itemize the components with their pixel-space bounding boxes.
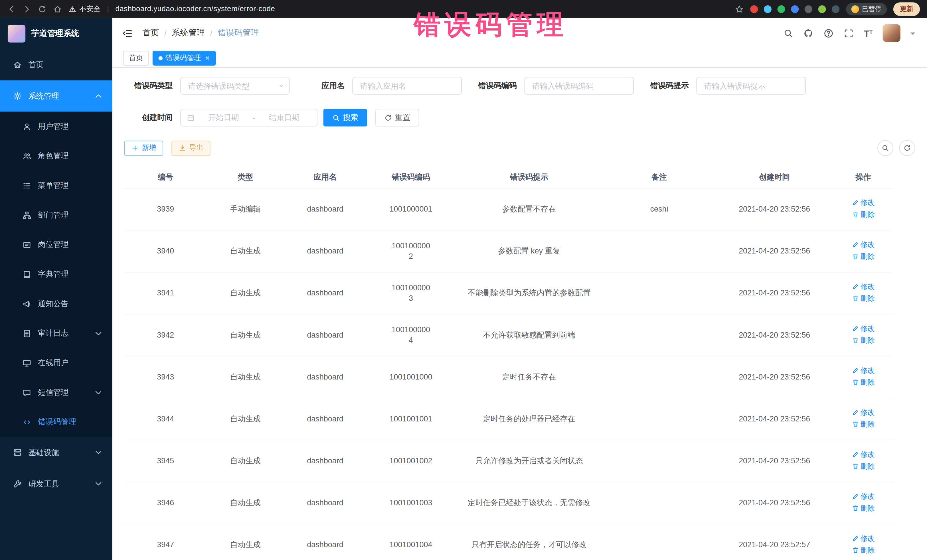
back-icon[interactable] [7, 5, 16, 14]
sidebar-item-system[interactable]: 系统管理 [0, 80, 112, 112]
sidebar-item-dept[interactable]: 部门管理 [0, 200, 112, 230]
reload-icon[interactable] [38, 5, 47, 14]
gear-icon [13, 91, 22, 100]
error-code-input[interactable] [524, 77, 634, 94]
cell-time: 2021-04-20 23:52:56 [715, 230, 834, 272]
edit-link[interactable]: 修改 [852, 365, 875, 375]
sidebar-item-notice[interactable]: 通知公告 [0, 289, 112, 319]
breadcrumb-home[interactable]: 首页 [143, 28, 159, 38]
extension-icon[interactable] [818, 5, 826, 13]
delete-link[interactable]: 删除 [852, 377, 875, 387]
update-button[interactable]: 更新 [894, 2, 920, 16]
extension-icon[interactable] [778, 5, 785, 13]
sidebar-logo[interactable]: 芋道管理系统 [0, 18, 112, 49]
edit-link[interactable]: 修改 [852, 239, 875, 249]
edit-link[interactable]: 修改 [852, 323, 875, 334]
date-range-picker[interactable]: 开始日期 - 结束日期 [180, 109, 318, 126]
github-icon[interactable] [804, 28, 813, 38]
avatar-caret-icon[interactable] [910, 32, 915, 37]
cell-actions: 修改删除 [834, 272, 893, 314]
cell-type: 自动生成 [207, 482, 284, 524]
security-indicator[interactable]: 不安全 [68, 4, 100, 14]
table-row: 3943自动生成dashboard1001001000定时任务不存在2021-0… [124, 356, 893, 398]
delete-link[interactable]: 删除 [852, 461, 875, 471]
delete-link[interactable]: 删除 [852, 545, 875, 555]
cell-actions: 修改删除 [834, 314, 893, 356]
delete-link[interactable]: 删除 [852, 251, 875, 261]
main-area: 首页 / 系统管理 / 错误码管理 TT 首页 [112, 18, 927, 560]
edit-link[interactable]: 修改 [852, 407, 875, 417]
toggle-search-button[interactable] [877, 140, 894, 156]
extension-icon[interactable] [805, 5, 812, 13]
edit-link[interactable]: 修改 [852, 281, 875, 292]
edit-link[interactable]: 修改 [852, 449, 875, 459]
extension-icon[interactable] [764, 5, 772, 13]
cell-id: 3939 [124, 188, 207, 230]
extension-icon[interactable] [791, 5, 799, 13]
tab-home[interactable]: 首页 [123, 50, 149, 65]
forward-icon[interactable] [23, 5, 31, 14]
close-tab-icon[interactable]: × [205, 54, 210, 62]
sidebar-item-infra[interactable]: 基础设施 [0, 437, 112, 468]
bookmark-star-icon[interactable] [735, 5, 744, 14]
sidebar-toggle-icon[interactable] [122, 27, 133, 38]
warning-icon [68, 5, 76, 13]
paused-badge[interactable]: 已暂停 [846, 3, 887, 15]
edit-link[interactable]: 修改 [852, 197, 875, 208]
boxes-icon [13, 448, 22, 457]
url-text[interactable]: dashboard.yudao.iocoder.cn/system/error-… [115, 5, 275, 13]
sidebar-item-audit-log[interactable]: 审计日志 [0, 319, 112, 348]
font-size-icon[interactable]: TT [864, 29, 872, 38]
delete-link[interactable]: 删除 [852, 209, 875, 220]
cell-time: 2021-04-20 23:52:56 [715, 272, 834, 314]
chevron-down-icon [278, 83, 284, 89]
cell-remark [603, 272, 715, 314]
sidebar-item-user[interactable]: 用户管理 [0, 112, 112, 141]
role-icon [23, 152, 31, 161]
sidebar-item-online[interactable]: 在线用户 [0, 348, 112, 378]
delete-icon [852, 379, 859, 386]
tree-icon [23, 211, 31, 220]
refresh-table-button[interactable] [899, 140, 915, 156]
cell-app: dashboard [284, 356, 366, 398]
sidebar-item-role[interactable]: 角色管理 [0, 141, 112, 171]
delete-link[interactable]: 删除 [852, 503, 875, 513]
extension-icon[interactable] [832, 5, 839, 13]
book-icon [23, 270, 31, 279]
sidebar-item-home[interactable]: 首页 [0, 49, 112, 80]
edit-icon [852, 451, 859, 458]
search-button[interactable]: 搜索 [324, 109, 367, 126]
sidebar-item-label: 字典管理 [38, 269, 69, 279]
sidebar-item-dict[interactable]: 字典管理 [0, 260, 112, 289]
cell-hint: 定时任务的处理器已经存在 [455, 398, 603, 440]
sidebar-item-menu[interactable]: 菜单管理 [0, 171, 112, 200]
export-button[interactable]: 导出 [172, 140, 211, 156]
chevron-down-icon [94, 448, 103, 457]
reset-button[interactable]: 重置 [375, 109, 419, 126]
sidebar-item-sms[interactable]: 短信管理 [0, 378, 112, 407]
sidebar-item-label: 审计日志 [38, 328, 69, 338]
sidebar-item-post[interactable]: 岗位管理 [0, 230, 112, 260]
home-icon[interactable] [53, 5, 62, 14]
edit-icon [852, 535, 859, 542]
help-icon[interactable] [824, 28, 834, 38]
fullscreen-icon[interactable] [844, 28, 854, 38]
sidebar-item-error-code[interactable]: 错误码管理 [0, 407, 112, 437]
edit-link[interactable]: 修改 [852, 491, 875, 501]
extension-icon[interactable] [750, 5, 758, 13]
edit-link[interactable]: 修改 [852, 533, 875, 543]
tab-error-code[interactable]: 错误码管理 × [153, 50, 216, 65]
app-name-input[interactable] [352, 77, 462, 94]
table-row: 3944自动生成dashboard1001001001定时任务的处理器已经存在2… [124, 398, 893, 440]
search-icon[interactable] [784, 28, 793, 38]
user-avatar[interactable] [883, 24, 900, 42]
error-hint-input[interactable] [696, 77, 806, 94]
delete-link[interactable]: 删除 [852, 335, 875, 345]
sidebar-item-devtool[interactable]: 研发工具 [0, 468, 112, 499]
add-button[interactable]: 新增 [124, 140, 163, 156]
profile-emoji-icon [851, 5, 859, 13]
delete-link[interactable]: 删除 [852, 419, 875, 429]
error-type-select[interactable] [180, 77, 290, 94]
delete-link[interactable]: 删除 [852, 293, 875, 304]
breadcrumb-system[interactable]: 系统管理 [172, 28, 205, 38]
